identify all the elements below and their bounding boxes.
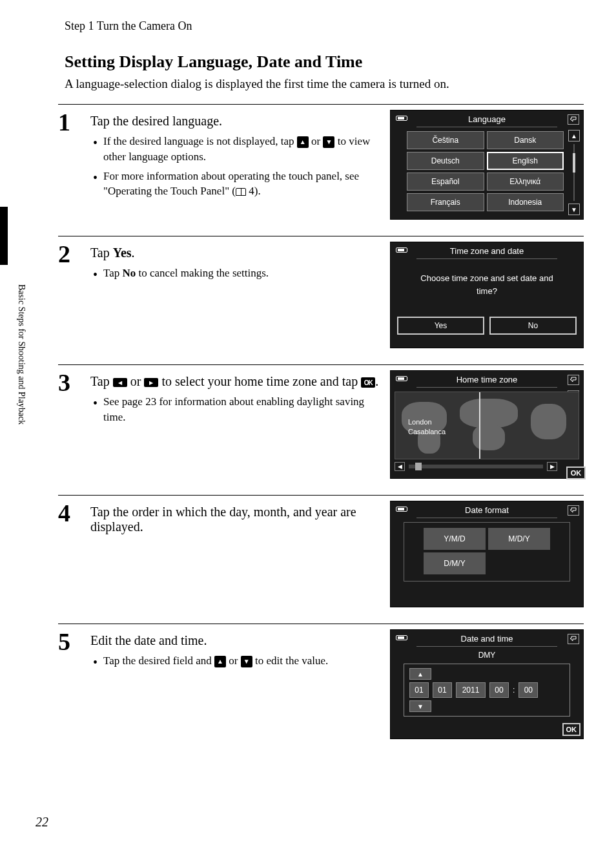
section-sidebar-label: Basic Steps for Shooting and Playback xyxy=(16,284,26,424)
down-arrow-icon xyxy=(323,136,334,148)
step-bullet: Tap the desired field and or to edit the… xyxy=(103,653,384,669)
language-option[interactable]: Dansk xyxy=(487,131,564,149)
page-edge-tab xyxy=(0,207,8,265)
yes-button[interactable]: Yes xyxy=(397,317,484,335)
scrollbar-track[interactable] xyxy=(573,144,575,201)
battery-icon xyxy=(396,376,407,381)
language-option[interactable]: Deutsch xyxy=(407,152,484,170)
step-bullet: See page 23 for information about enabli… xyxy=(103,394,384,425)
timezone-confirm-screen: Time zone and date Choose time zone and … xyxy=(390,242,584,348)
screen-title: Language xyxy=(468,114,506,124)
step-bullet: For more information about operating the… xyxy=(103,169,384,200)
battery-icon xyxy=(396,116,407,121)
no-button[interactable]: No xyxy=(489,317,577,335)
page-number: 22 xyxy=(36,815,48,830)
step-4: 4 Tap the order in which the day, month,… xyxy=(58,495,584,607)
up-arrow-icon xyxy=(214,656,226,667)
step-3: 3 Tap or to select your home time zone a… xyxy=(58,364,584,479)
scrollbar-thumb[interactable] xyxy=(573,153,575,173)
scroll-up-icon[interactable]: ▲ xyxy=(568,130,580,142)
value-down-icon[interactable]: ▼ xyxy=(409,700,431,712)
slider-right-icon[interactable]: ▶ xyxy=(547,462,557,471)
ok-button[interactable]: OK xyxy=(566,466,586,479)
screen-title: Time zone and date xyxy=(450,246,524,256)
city-label: Casablanca xyxy=(408,428,446,435)
language-screen: Language Čeština Dansk Deutsch English E… xyxy=(390,110,584,220)
back-icon[interactable] xyxy=(568,505,579,516)
language-option[interactable]: Čeština xyxy=(407,131,484,149)
date-order-label: DMY xyxy=(391,647,583,664)
language-option[interactable]: Français xyxy=(407,193,484,211)
date-format-screen: Date format Y/M/D M/D/Y D/M/Y xyxy=(390,501,584,607)
language-option[interactable]: Indonesia xyxy=(487,193,564,211)
language-option-selected[interactable]: English xyxy=(487,152,564,170)
battery-icon xyxy=(396,507,407,512)
confirm-message: Choose time zone and set date and time? xyxy=(391,259,583,317)
back-icon[interactable] xyxy=(568,375,579,385)
back-icon[interactable] xyxy=(568,634,579,644)
ok-icon xyxy=(361,377,375,388)
year-field[interactable]: 2011 xyxy=(456,682,486,698)
day-field[interactable]: 01 xyxy=(409,682,429,698)
step-title: Tap or to select your home time zone and… xyxy=(90,374,384,389)
step-number: 5 xyxy=(58,629,90,654)
slider-track[interactable] xyxy=(409,465,543,468)
up-arrow-icon xyxy=(297,136,309,148)
page-header: Step 1 Turn the Camera On xyxy=(65,19,584,33)
left-arrow-icon xyxy=(113,378,127,387)
down-arrow-icon xyxy=(241,656,252,667)
step-title: Tap Yes. xyxy=(90,246,384,260)
date-format-option[interactable]: Y/M/D xyxy=(424,528,486,550)
date-format-option[interactable]: D/M/Y xyxy=(424,552,486,574)
language-option[interactable]: Ελληνικά xyxy=(487,173,564,191)
step-title: Tap the order in which the day, month, a… xyxy=(90,505,384,534)
step-number: 4 xyxy=(58,501,90,525)
hour-field[interactable]: 00 xyxy=(489,682,509,698)
right-arrow-icon xyxy=(144,378,158,387)
step-bullet: Tap No to cancel making the settings. xyxy=(103,266,384,281)
date-time-screen: Date and time DMY ▲ 01 01 2011 00 : 00 ▼… xyxy=(390,629,584,739)
ok-button[interactable]: OK xyxy=(562,723,581,736)
language-option[interactable]: Español xyxy=(407,173,484,191)
book-icon xyxy=(236,188,246,196)
slider-thumb[interactable] xyxy=(415,463,422,470)
minute-field[interactable]: 00 xyxy=(518,682,538,698)
screen-title: Home time zone xyxy=(457,375,518,384)
step-title: Tap the desired language. xyxy=(90,114,384,129)
main-heading: Setting Display Language, Date and Time xyxy=(65,52,584,72)
slider-left-icon[interactable]: ◀ xyxy=(395,462,405,471)
world-map[interactable]: London Casablanca xyxy=(395,392,579,459)
value-up-icon[interactable]: ▲ xyxy=(409,668,431,680)
intro-text: A language-selection dialog is displayed… xyxy=(65,77,584,91)
step-title: Edit the date and time. xyxy=(90,633,384,648)
step-5: 5 Edit the date and time. Tap the desire… xyxy=(58,624,584,739)
step-1: 1 Tap the desired language. If the desir… xyxy=(58,104,584,220)
step-bullet: If the desired language is not displayed… xyxy=(103,134,384,165)
home-timezone-screen: Home time zone ✲ London Casablanca ◀ ▶ xyxy=(390,370,584,479)
battery-icon xyxy=(396,635,407,640)
step-2: 2 Tap Yes. Tap No to cancel making the s… xyxy=(58,236,584,348)
step-number: 1 xyxy=(58,110,90,134)
back-icon[interactable] xyxy=(568,114,579,125)
screen-title: Date format xyxy=(465,505,509,515)
time-separator: : xyxy=(513,686,515,695)
city-label: London xyxy=(408,418,432,426)
battery-icon xyxy=(396,247,407,253)
month-field[interactable]: 01 xyxy=(433,682,452,698)
step-number: 3 xyxy=(58,370,90,395)
step-number: 2 xyxy=(58,242,90,266)
scroll-down-icon[interactable]: ▼ xyxy=(568,204,580,215)
date-format-option[interactable]: M/D/Y xyxy=(488,528,550,550)
screen-title: Date and time xyxy=(461,634,513,644)
